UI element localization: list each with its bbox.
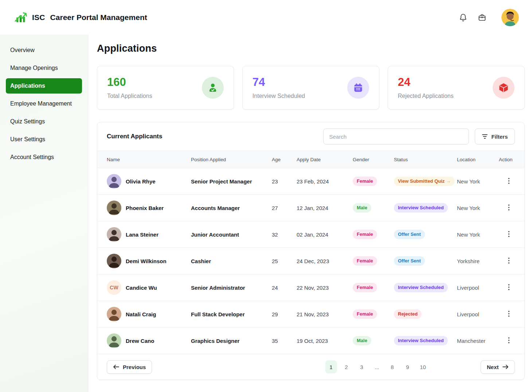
stat-card-rejected-applications: 24Rejected Applications	[388, 66, 525, 110]
stat-value: 74	[253, 76, 305, 88]
sidebar-item-overview[interactable]: Overview	[6, 43, 82, 58]
page-number-3[interactable]: 3	[356, 360, 368, 373]
status-badge: Offer Sent	[394, 230, 425, 239]
avatar	[107, 227, 121, 242]
applicant-name: Natali Craig	[126, 311, 156, 317]
applicant-position: Junior Accountant	[191, 231, 272, 238]
notifications-button[interactable]	[458, 13, 468, 22]
sidebar-item-manage-openings[interactable]: Manage Openings	[6, 60, 82, 76]
column-header-apply-date: Apply Date	[297, 157, 353, 162]
page-number-2[interactable]: 2	[341, 360, 352, 373]
brand-title: Career Portal Management	[50, 13, 147, 22]
sidebar: OverviewManage OpeningsApplicationsEmplo…	[0, 35, 88, 392]
page-number-1[interactable]: 1	[325, 360, 337, 373]
applicant-name: Demi Wilkinson	[126, 258, 167, 264]
applicant-age: 27	[272, 205, 297, 211]
filters-label: Filters	[492, 134, 508, 140]
applicant-age: 23	[272, 178, 297, 185]
applicant-age: 24	[272, 285, 297, 291]
gender-badge: Female	[353, 256, 377, 266]
row-menu-button[interactable]	[506, 203, 512, 213]
status-badge: Offer Sent	[394, 256, 425, 266]
calendar-icon	[347, 77, 369, 99]
table-row: Demi WilkinsonCashier2524 Dec, 2023Femal…	[97, 248, 524, 274]
page-number-9[interactable]: 9	[402, 360, 414, 373]
applicant-location: Liverpool	[457, 311, 499, 317]
user-avatar[interactable]	[501, 9, 519, 26]
applicant-age: 25	[272, 258, 297, 264]
gender-badge: Female	[353, 230, 377, 239]
page-number-10[interactable]: 10	[417, 360, 429, 373]
column-header-age: Age	[272, 157, 297, 162]
main-content: Applications 160Total Applications74Inte…	[88, 35, 532, 392]
avatar	[107, 254, 121, 268]
column-header-gender: Gender	[353, 157, 394, 162]
table-row: Phoenix BakerAccounts Manager2712 Jan, 2…	[97, 195, 524, 221]
user-check-icon	[202, 77, 224, 99]
applicant-name: Phoenix Baker	[126, 205, 164, 211]
applicant-location: New York	[457, 205, 499, 211]
table-row: Lana SteinerJunior Accountant3202 Jan, 2…	[97, 221, 524, 248]
sidebar-item-account-settings[interactable]: Account Settings	[6, 150, 82, 165]
apply-date: 23 Feb, 2024	[297, 178, 353, 185]
row-menu-button[interactable]	[506, 282, 512, 293]
status-badge[interactable]: View Submitted Quiz→	[394, 177, 455, 186]
sidebar-item-quiz-settings[interactable]: Quiz Settings	[6, 114, 82, 129]
filters-button[interactable]: Filters	[475, 128, 515, 144]
apply-date: 12 Jan, 2024	[297, 205, 353, 211]
applicants-panel: Current Applicants Filters	[97, 122, 525, 380]
applicant-name: Candice Wu	[126, 285, 157, 291]
table-body: Olivia RhyeSenior Project Manager2323 Fe…	[97, 168, 524, 354]
status-badge: Interview Scheduled	[394, 203, 448, 213]
page-ellipsis: ...	[371, 360, 383, 373]
status-badge: Interview Scheduled	[394, 336, 448, 345]
row-menu-button[interactable]	[506, 229, 512, 240]
arrow-right-icon: →	[446, 178, 451, 184]
next-button[interactable]: Next	[481, 360, 515, 374]
gender-badge: Female	[353, 309, 377, 319]
page-number-8[interactable]: 8	[387, 360, 398, 373]
brand-short: ISC	[32, 13, 45, 22]
sidebar-item-user-settings[interactable]: User Settings	[6, 132, 82, 147]
column-header-position-applied: Position Applied	[191, 157, 272, 162]
status-badge: Rejected	[394, 309, 422, 319]
row-menu-button[interactable]	[506, 176, 512, 187]
applicant-name: Drew Cano	[126, 338, 154, 344]
sidebar-item-employee-management[interactable]: Employee Management	[6, 96, 82, 111]
previous-button[interactable]: Previous	[107, 360, 152, 374]
avatar	[107, 201, 121, 215]
applicant-age: 29	[272, 311, 297, 317]
column-header-name: Name	[107, 157, 191, 162]
applicant-location: Liverpool	[457, 285, 499, 291]
jobs-button[interactable]	[477, 13, 487, 22]
page-numbers: 123...8910	[325, 360, 429, 373]
row-menu-button[interactable]	[506, 336, 512, 346]
apply-date: 02 Jan, 2024	[297, 231, 353, 238]
stat-label: Interview Scheduled	[253, 93, 305, 99]
apply-date: 24 Dec, 2023	[297, 258, 353, 264]
applicant-location: New York	[457, 231, 499, 238]
avatar	[107, 174, 121, 189]
applicant-location: New York	[457, 178, 499, 185]
column-header-status: Status	[394, 157, 457, 162]
applicant-location: Yorkshire	[457, 258, 499, 264]
stat-label: Total Applications	[107, 93, 152, 99]
applicant-name: Lana Steiner	[126, 231, 159, 238]
row-menu-button[interactable]	[506, 256, 512, 266]
applicant-age: 35	[272, 338, 297, 344]
filter-icon	[482, 134, 488, 139]
cube-icon	[493, 77, 515, 99]
row-menu-button[interactable]	[506, 309, 512, 320]
search-input[interactable]	[323, 128, 469, 144]
stat-card-interview-scheduled: 74Interview Scheduled	[242, 66, 379, 110]
stat-value: 160	[107, 76, 152, 88]
briefcase-icon	[478, 13, 486, 22]
page-title: Applications	[97, 43, 525, 54]
pagination: Previous 123...8910 Next	[97, 354, 524, 380]
sidebar-item-applications[interactable]: Applications	[6, 78, 82, 94]
apply-date: 22 Nov, 2023	[297, 285, 353, 291]
column-header-location: Location	[457, 157, 499, 162]
table-row: Natali CraigFull Stack Developer2921 Nov…	[97, 301, 524, 328]
applicant-name: Olivia Rhye	[126, 178, 156, 185]
table-title: Current Applicants	[107, 133, 162, 140]
